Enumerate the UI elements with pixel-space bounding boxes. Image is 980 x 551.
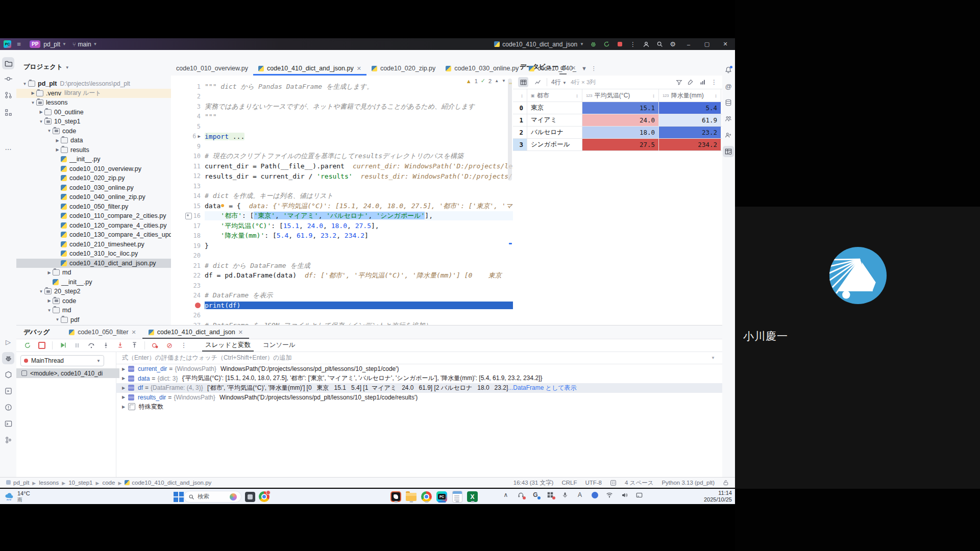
code-line-26[interactable]: 26 [171,311,513,321]
collaboration-icon[interactable] [723,113,734,124]
tree-item-pd-plt[interactable]: ▼pd_pltD:\projects\lessons\pd_plt [16,79,171,89]
code-line-15[interactable]: 15data = {data: {'平均気温(°C)': [15.1, 24.0… [171,201,513,211]
python-interpreter[interactable]: Python 3.13 (pd_plt) [662,480,715,486]
variable-row-current-dir[interactable]: ▶current_dir={WindowsPath} WindowsPath('… [116,364,722,374]
code-line-10[interactable]: 10# 現在のスクリプトファイルの位置を基準にしてresultsディレクトリのパ… [171,152,513,162]
tree-item-code10-310-loc-iloc-py[interactable]: code10_310_loc_iloc.py [16,249,171,259]
start-button[interactable] [173,491,184,503]
code-line-5[interactable]: 5 [171,121,513,132]
maximize-button[interactable]: ▢ [700,41,714,47]
code-line-19[interactable]: 19} [171,241,513,251]
fold-icon[interactable]: ▶ [198,134,201,139]
rerun-debug-icon[interactable] [23,341,32,349]
filter-icon[interactable] [676,79,682,86]
close-button[interactable]: ✕ [719,41,732,47]
tree-item-init-py[interactable]: __init__.py [16,278,171,287]
stop-debug-icon[interactable] [38,341,46,349]
settings-gear-icon[interactable]: ⚙ [669,40,677,48]
project-tool-icon[interactable] [2,57,14,69]
debug-tool-icon[interactable] [2,352,14,364]
taskbar-search[interactable]: 検索 [184,491,241,503]
editor-tab-code10-040[interactable]: code10_040_ [524,61,581,76]
chevron-down-icon[interactable]: ▼ [46,308,53,313]
tree-item-md[interactable]: ▼md [16,306,171,315]
pull-requests-tool-icon[interactable] [2,89,14,101]
chevron-right-icon[interactable]: ▶ [30,91,36,95]
editor-tab-code10-030-online-py[interactable]: code10_030_online.py [440,61,524,76]
table-row[interactable]: 0東京15.15.4 [513,102,722,114]
stack-frame-item[interactable]: <module>, code10_410_di [16,368,119,378]
chevron-right-icon[interactable]: ▶ [122,386,128,390]
branch-selector[interactable]: ⑂ main ▼ [72,41,97,48]
chevron-right-icon[interactable]: ▶ [122,405,128,409]
vcs-tool-icon[interactable] [2,434,14,446]
code-editor[interactable]: 1""" dict から Pandas DataFrame を生成します。23実… [171,76,513,325]
code-line-25[interactable]: print(df) [171,300,513,311]
tree-item-code10-020-zip-py[interactable]: code10_020_zip.py [16,173,171,183]
caret-position[interactable]: 16:43 (31 文字) [513,479,554,487]
table-row[interactable]: 3シンガポール27.5234.2 [513,139,722,151]
more-tabs-icon[interactable]: ⋮ [591,65,597,72]
debug-tab-code10-050-filter[interactable]: code10_050_filter✕ [63,325,142,339]
code-with-me-icon[interactable] [723,130,734,141]
chart-view-icon[interactable] [532,77,543,87]
inspection-widget[interactable]: ▲1 ✓2 ▲ ▼ [466,78,506,84]
chevron-down-icon[interactable]: ▼ [581,65,587,71]
variable-row-item[interactable]: ▶特殊変数 [116,402,722,412]
code-line-4[interactable]: 4""" [171,112,513,122]
run-configuration[interactable]: code10_410_dict_and_json ▼ [494,41,584,48]
taskbar-excel-icon[interactable]: X [467,491,478,503]
python-packages-tool-icon[interactable] [2,368,14,381]
tree-item-results[interactable]: ▶results [16,145,171,155]
code-line-3[interactable]: 3実務ではあまりないケースですが、ネットや書籍で見かけることがあるため、紹介しま… [171,102,513,112]
tree-item-code10-130-compare-4-cities-updated-py[interactable]: code10_130_compare_4_cities_updated.py [16,230,171,240]
breadcrumb-item[interactable]: code [102,480,115,486]
code-line-18[interactable]: 18 '降水量(mm)': [5.4, 61.9, 23.2, 234.2] [171,231,513,241]
inlay-settings-icon[interactable] [610,480,617,486]
breadcrumb-item[interactable]: 10_step1 [68,480,92,486]
tree-item-lessons[interactable]: ▼lessons [16,98,171,108]
chevron-right-icon[interactable]: ▶ [54,138,61,143]
search-icon[interactable] [655,40,664,48]
column-header-c[interactable]: 123平均気温(°C)↕ [582,89,659,102]
breadcrumb-item[interactable]: code10_410_dict_and_json.py [132,480,211,486]
table-row[interactable]: 1マイアミ24.061.9 [513,114,722,127]
code-line-9[interactable]: 9 [171,141,513,152]
tray-grid-icon[interactable] [546,491,554,499]
chevron-right-icon[interactable]: ▶ [122,367,128,371]
step-over-icon[interactable] [87,341,95,349]
cell-city[interactable]: バルセロナ [527,127,582,138]
code-line-6[interactable]: 6▶import ... [171,132,513,142]
scrollbar-thumb[interactable] [508,79,512,181]
tree-item-10-step1[interactable]: ▼10_step1 [16,117,171,127]
tree-item-code10-030-online-py[interactable]: code10_030_online.py [16,183,171,193]
tree-item-data[interactable]: ▶data [16,136,171,145]
chevron-up-icon[interactable]: ▲ [495,79,499,83]
taskbar-chrome-icon[interactable] [258,491,270,503]
sort-icon[interactable]: ↕ [650,93,655,98]
notifications-bell-icon[interactable] [723,64,734,76]
ai-assistant-icon[interactable]: @ [723,81,734,92]
tree-item-code10-040-online-zip-py[interactable]: code10_040_online_zip.py [16,192,171,202]
tree-item-code10-050-filter-py[interactable]: code10_050_filter.py [16,202,171,212]
editor-scrollbar[interactable] [508,76,512,325]
thread-selector[interactable]: MainThread ▼ [20,355,104,366]
code-line-20[interactable]: 20 [171,251,513,261]
code-line-1[interactable]: 1""" dict から Pandas DataFrame を生成します。 [171,82,513,92]
cell-city[interactable]: シンガポール [527,139,582,151]
taskbar-widget-icon[interactable] [244,491,256,503]
taskbar-clock[interactable]: 11:14 2025/10/25 [704,490,732,503]
pycharm-logo-icon[interactable]: PC [4,40,11,48]
chevron-down-icon[interactable]: ▼ [21,82,28,86]
chart-settings-icon[interactable] [699,79,706,86]
minimize-button[interactable]: – [682,41,695,47]
tray-headset-icon[interactable] [517,491,525,499]
project-pane-header[interactable]: プロジェクト▼ [23,63,69,71]
debug-tab-code10-410-dict-and-json[interactable]: code10_410_dict_and_json✕ [142,325,249,339]
taskbar-notepad-icon[interactable] [451,491,463,503]
cell-temp[interactable]: 24.0 [582,114,659,126]
cell-city[interactable]: マイアミ [527,114,582,126]
breadcrumb-item[interactable]: lessons [39,480,59,486]
code-line-2[interactable]: 2 [171,92,513,102]
table-row[interactable]: 2バルセロナ18.023.2 [513,127,722,139]
